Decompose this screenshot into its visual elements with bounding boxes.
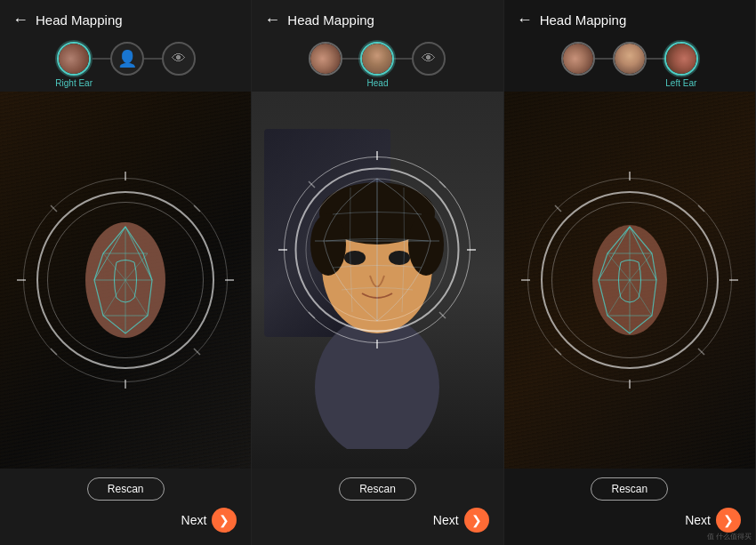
step-label-head-r: _	[627, 78, 632, 88]
step-head-m: Head	[360, 42, 394, 88]
step-label-right-ear-r: _	[575, 78, 581, 88]
step-indicator-middle: _ Head 👁 _	[252, 36, 503, 92]
step-right-ear-r: _	[561, 42, 595, 88]
step-left-ear-l: 👁 _	[162, 42, 196, 88]
back-button-right[interactable]: ←	[517, 11, 533, 29]
next-label-middle: Next	[433, 513, 459, 527]
panel-head: ← Head Mapping _ Head �	[252, 0, 503, 545]
step-left-ear-r: Left Ear	[664, 42, 698, 88]
next-row-middle: Next ❯	[433, 508, 503, 533]
step-circle-head-l: 👤	[110, 42, 144, 76]
camera-area-middle	[252, 92, 503, 469]
step-indicator-left: Right Ear 👤 _ 👁 _	[0, 36, 251, 92]
step-head-l: 👤 _	[110, 42, 144, 88]
step-right-ear: Right Ear	[55, 42, 92, 88]
next-button-right[interactable]: ❯	[716, 508, 741, 533]
face-wireframe	[306, 170, 448, 330]
bottom-area-left: Rescan Next ❯	[0, 469, 251, 545]
step-line-r2	[647, 58, 664, 60]
step-label-right-ear-m: _	[324, 78, 329, 88]
step-line-m1	[342, 58, 360, 60]
step-right-ear-m: _	[309, 42, 342, 88]
bottom-area-right: Rescan Next ❯	[504, 469, 755, 545]
panel-left-ear: ← Head Mapping _ _	[504, 0, 756, 545]
title-right: Head Mapping	[540, 12, 627, 28]
step-label-left-ear-m: _	[427, 78, 432, 88]
step-line-1	[92, 58, 110, 60]
rescan-button-middle[interactable]: Rescan	[339, 477, 416, 501]
header-right: ← Head Mapping	[504, 0, 755, 36]
next-button-middle[interactable]: ❯	[464, 508, 489, 533]
camera-area-left	[0, 92, 251, 469]
bottom-area-middle: Rescan Next ❯	[252, 469, 503, 545]
step-circle-right-ear-m	[309, 42, 342, 76]
step-head-r: _	[613, 42, 647, 88]
step-indicator-right: _ _ Left Ear	[504, 36, 755, 92]
header-middle: ← Head Mapping	[252, 0, 503, 36]
step-label-head-l: _	[125, 78, 130, 88]
step-circle-right-ear-r	[561, 42, 595, 76]
step-label-right-ear: Right Ear	[55, 78, 92, 88]
rescan-button-left[interactable]: Rescan	[87, 477, 165, 501]
step-line-r1	[595, 58, 613, 60]
step-circle-head-m	[360, 42, 394, 76]
header-left: ← Head Mapping	[0, 0, 251, 36]
camera-area-right	[504, 92, 755, 469]
next-row-right: Next ❯	[685, 508, 755, 533]
back-button-middle[interactable]: ←	[264, 11, 280, 29]
next-label-left: Next	[181, 513, 207, 527]
step-circle-head-r	[613, 42, 647, 76]
next-row-left: Next ❯	[181, 508, 252, 533]
title-left: Head Mapping	[36, 12, 123, 28]
ear-wireframe-left	[63, 200, 188, 360]
back-button-left[interactable]: ←	[12, 11, 28, 29]
step-label-left-ear-l: _	[176, 78, 181, 88]
panel-right-ear: ← Head Mapping Right Ear 👤 _ 👁	[0, 0, 252, 545]
step-circle-left-ear-l: 👁	[162, 42, 196, 76]
step-line-2	[144, 58, 162, 60]
ear-wireframe-right	[572, 204, 688, 356]
step-label-head-m: Head	[367, 78, 389, 88]
rescan-button-right[interactable]: Rescan	[591, 477, 668, 501]
next-button-left[interactable]: ❯	[212, 508, 237, 533]
step-line-m2	[394, 58, 412, 60]
step-label-left-ear-r: Left Ear	[665, 78, 696, 88]
step-circle-left-ear-m: 👁	[412, 42, 446, 76]
step-circle-left-ear-r	[664, 42, 698, 76]
step-circle-right-ear	[57, 42, 91, 76]
step-left-ear-m: 👁 _	[412, 42, 446, 88]
next-label-right: Next	[685, 513, 711, 527]
title-middle: Head Mapping	[287, 12, 374, 28]
